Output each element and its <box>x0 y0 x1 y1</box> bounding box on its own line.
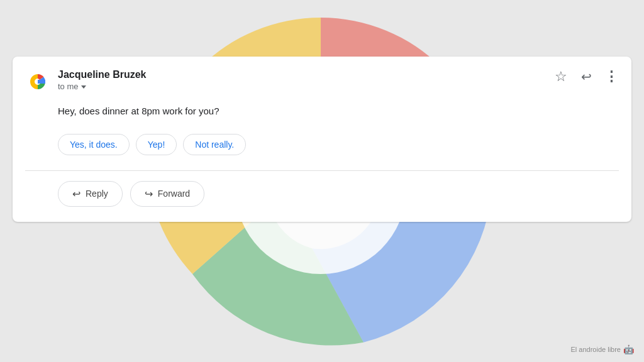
reply-btn-icon: ↩ <box>72 188 80 200</box>
smart-reply-not-really[interactable]: Not really. <box>183 134 246 155</box>
divider <box>25 170 619 171</box>
forward-button[interactable]: ↪ Forward <box>130 181 204 207</box>
to-label: to me <box>58 82 79 91</box>
email-card: Jacqueline Bruzek to me ☆ ↩ ⋮ Hey, does … <box>13 57 631 222</box>
sender-name: Jacqueline Bruzek <box>58 69 147 80</box>
watermark: El androide libre 🤖 <box>571 344 635 354</box>
svg-rect-4 <box>38 80 45 84</box>
google-logo-icon <box>25 69 50 94</box>
sender-to[interactable]: to me <box>58 82 147 91</box>
watermark-text: El androide libre <box>571 346 621 353</box>
star-icon[interactable]: ☆ <box>553 69 569 84</box>
smart-replies: Yes, it does. Yep! Not really. <box>58 134 619 155</box>
more-options-icon[interactable]: ⋮ <box>604 69 619 84</box>
smart-reply-yep[interactable]: Yep! <box>136 134 177 155</box>
sender-info: Jacqueline Bruzek to me <box>58 69 147 91</box>
email-header-left: Jacqueline Bruzek to me <box>25 69 147 94</box>
watermark-icon: 🤖 <box>623 344 634 354</box>
chevron-down-icon <box>81 85 86 89</box>
forward-btn-icon: ↪ <box>145 188 153 200</box>
forward-button-label: Forward <box>158 189 190 199</box>
smart-reply-yes-it-does[interactable]: Yes, it does. <box>58 134 130 155</box>
reply-button[interactable]: ↩ Reply <box>58 181 123 207</box>
reply-button-label: Reply <box>86 189 108 199</box>
email-body: Hey, does dinner at 8pm work for you? <box>58 104 619 119</box>
email-actions: ☆ ↩ ⋮ <box>553 69 619 84</box>
reply-icon[interactable]: ↩ <box>579 69 594 84</box>
action-buttons: ↩ Reply ↪ Forward <box>58 181 619 207</box>
email-header: Jacqueline Bruzek to me ☆ ↩ ⋮ <box>25 69 619 94</box>
